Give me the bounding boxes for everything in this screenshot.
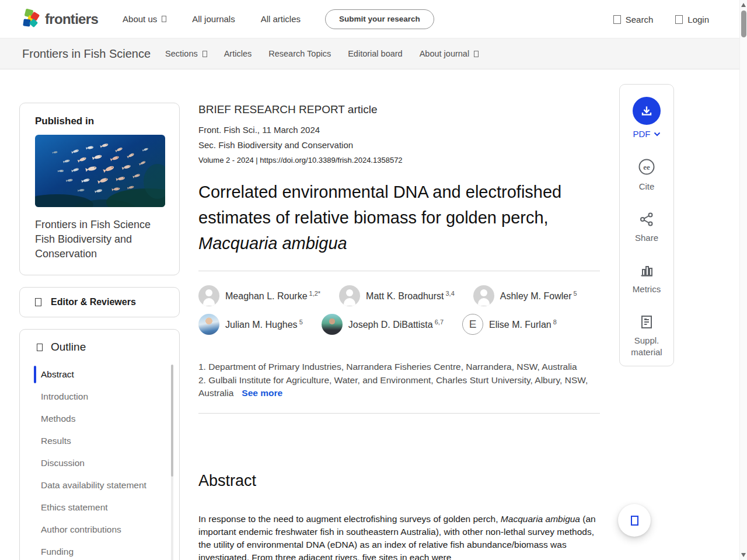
author-affiliation-sup: 1,2*	[309, 290, 321, 297]
download-icon	[640, 104, 653, 117]
document-icon	[640, 314, 654, 330]
author-rourke[interactable]: Meaghan L. Rourke1,2*	[198, 285, 320, 306]
search-label: Search	[626, 15, 654, 24]
pdf-menu-button[interactable]: PDF	[633, 129, 661, 139]
tab-about-journal-label: About journal	[420, 49, 469, 58]
avatar-photo	[198, 314, 219, 335]
share-button[interactable]	[639, 212, 654, 227]
author-name: Ashley M. Fowler5	[500, 290, 577, 302]
article-title: Correlated environmental DNA and electro…	[198, 179, 600, 256]
abstract-heading: Abstract	[198, 471, 600, 491]
outline-item-abstract[interactable]: Abstract	[20, 363, 179, 386]
share-label[interactable]: Share	[635, 232, 658, 244]
author-dibattista[interactable]: Joseph D. DiBattista6,7	[322, 314, 444, 335]
nav-about-us[interactable]: About us	[123, 14, 166, 24]
journal-cover-image[interactable]	[35, 135, 165, 207]
avatar-person-icon	[473, 285, 494, 306]
doi-link[interactable]: https://doi.org/10.3389/frish.2024.13585…	[260, 156, 402, 164]
avatar-initial: E	[462, 314, 483, 335]
submit-research-button[interactable]: Submit your research	[325, 9, 434, 29]
avatar-photo	[322, 314, 343, 335]
brand-name: frontiers	[45, 11, 98, 27]
article-volume-doi: Volume 2 - 2024 | https://doi.org/10.338…	[198, 156, 600, 164]
frontiers-logo-icon	[22, 9, 40, 29]
outline-placeholder-icon	[37, 344, 43, 351]
affiliation-2-row: 2. Gulbali Institute for Agriculture, Wa…	[198, 374, 600, 400]
outline-item-data-availability[interactable]: Data availability statement	[20, 474, 179, 496]
article-title-species: Macquaria ambigua	[198, 234, 347, 253]
chevron-down-icon	[654, 132, 661, 136]
editor-placeholder-icon	[35, 298, 41, 306]
outline-scrollbar-thumb[interactable]	[171, 365, 173, 477]
outline-item-discussion[interactable]: Discussion	[20, 452, 179, 474]
user-icon	[675, 15, 683, 24]
author-list: Meaghan L. Rourke1,2* Matt K. Broadhurst…	[198, 271, 600, 335]
volume-doi-separator: |	[254, 156, 260, 164]
editor-reviewers-label: Editor & Reviewers	[51, 297, 136, 307]
supplementary-label-line2: material	[631, 346, 662, 358]
outline-item-methods[interactable]: Methods	[20, 408, 179, 430]
tab-research-topics[interactable]: Research Topics	[268, 49, 331, 58]
published-in-card: Published in	[19, 103, 180, 275]
article-actions-rail: PDF ee Cite Share Metrics	[619, 84, 674, 366]
article-main: BRIEF RESEARCH REPORT article Front. Fis…	[198, 103, 600, 560]
author-name: Julian M. Hughes5	[225, 318, 303, 330]
tab-about-journal[interactable]: About journal	[420, 49, 479, 58]
outline-item-introduction[interactable]: Introduction	[20, 386, 179, 408]
scrollbar-down-arrow[interactable]	[741, 553, 746, 557]
dropdown-placeholder-icon	[203, 51, 207, 57]
published-in-heading: Published in	[35, 116, 164, 127]
metrics-button[interactable]	[639, 263, 654, 278]
cite-button[interactable]: ee	[638, 158, 655, 176]
supplementary-button[interactable]	[640, 314, 654, 330]
outline-item-funding[interactable]: Funding	[20, 541, 179, 560]
tab-editorial-board[interactable]: Editorial board	[348, 49, 403, 58]
article-section: Sec. Fish Biodiversity and Conservation	[198, 140, 600, 150]
dropdown-placeholder-icon	[474, 51, 479, 57]
tab-articles-label: Articles	[224, 49, 252, 58]
author-fowler[interactable]: Ashley M. Fowler5	[473, 285, 577, 306]
nav-all-articles[interactable]: All articles	[261, 14, 301, 24]
journal-title[interactable]: Frontiers in Fish Science	[22, 47, 151, 61]
login-button[interactable]: Login	[675, 15, 709, 24]
article-title-text: Correlated environmental DNA and electro…	[198, 183, 561, 227]
feedback-placeholder-icon	[631, 516, 638, 526]
editor-reviewers-card[interactable]: Editor & Reviewers	[19, 287, 180, 317]
nav-all-journals[interactable]: All journals	[192, 14, 235, 24]
pdf-download-button[interactable]	[633, 97, 661, 125]
published-journal-section[interactable]: Fish Biodiversity and Conservation	[35, 232, 164, 261]
scrollbar-thumb[interactable]	[741, 10, 746, 37]
login-label: Login	[687, 15, 709, 24]
published-in-journal[interactable]: Frontiers in Fish Science Fish Biodivers…	[35, 218, 164, 261]
outline-item-results[interactable]: Results	[20, 430, 179, 452]
outline-item-author-contributions[interactable]: Author contributions	[20, 519, 179, 541]
author-furlan[interactable]: E Elise M. Furlan8	[462, 314, 557, 335]
author-hughes[interactable]: Julian M. Hughes5	[198, 314, 303, 335]
cite-quote-icon: ee	[638, 158, 655, 176]
tab-articles[interactable]: Articles	[224, 49, 252, 58]
outline-scrollbar-track[interactable]	[171, 365, 173, 560]
frontiers-logo[interactable]: frontiers	[22, 9, 98, 29]
author-affiliation-sup: 5	[299, 318, 303, 326]
article-volume: Volume 2 - 2024	[198, 156, 254, 164]
section-divider	[198, 413, 600, 414]
see-more-link[interactable]: See more	[242, 388, 282, 398]
page-scrollbar[interactable]	[739, 0, 747, 560]
published-journal-name[interactable]: Frontiers in Fish Science	[35, 218, 164, 232]
search-button[interactable]: Search	[613, 15, 654, 24]
pdf-label: PDF	[633, 129, 651, 139]
feedback-floating-button[interactable]	[618, 504, 651, 537]
supplementary-label[interactable]: Suppl. material	[631, 335, 662, 358]
scrollbar-up-arrow[interactable]	[741, 3, 746, 7]
cite-label[interactable]: Cite	[639, 181, 655, 192]
author-name: Joseph D. DiBattista6,7	[348, 318, 444, 330]
outline-item-ethics[interactable]: Ethics statement	[20, 496, 179, 519]
outline-heading: Outline	[51, 341, 86, 354]
tab-sections[interactable]: Sections	[165, 49, 207, 58]
metrics-label[interactable]: Metrics	[633, 284, 661, 295]
outline-card: Outline Abstract Introduction Methods Re…	[19, 329, 180, 560]
outline-list: Abstract Introduction Methods Results Di…	[20, 363, 179, 560]
tab-sections-label: Sections	[165, 49, 198, 58]
affiliations: 1. Department of Primary Industries, Nar…	[198, 360, 600, 400]
author-broadhurst[interactable]: Matt K. Broadhurst3,4	[339, 285, 455, 306]
